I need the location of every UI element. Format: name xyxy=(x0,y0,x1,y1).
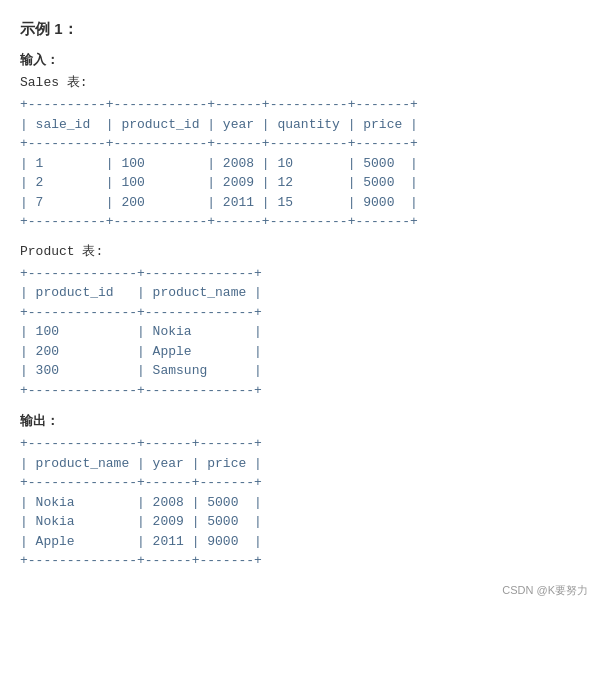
example-section: 示例 1： xyxy=(20,20,588,39)
input-section: 输入： Sales 表: +----------+------------+--… xyxy=(20,51,588,400)
output-label: 输出： xyxy=(20,412,588,430)
main-container: 示例 1： 输入： Sales 表: +----------+---------… xyxy=(20,20,588,598)
footer-text: CSDN @K要努力 xyxy=(20,583,588,598)
sales-table-label: Sales 表: xyxy=(20,73,588,91)
sales-table: +----------+------------+------+--------… xyxy=(20,95,588,232)
output-table: +--------------+------+-------+ | produc… xyxy=(20,434,588,571)
example-title: 示例 1： xyxy=(20,20,588,39)
input-label: 输入： xyxy=(20,51,588,69)
output-section: 输出： +--------------+------+-------+ | pr… xyxy=(20,412,588,571)
product-table-label: Product 表: xyxy=(20,242,588,260)
product-table: +--------------+--------------+ | produc… xyxy=(20,264,588,401)
